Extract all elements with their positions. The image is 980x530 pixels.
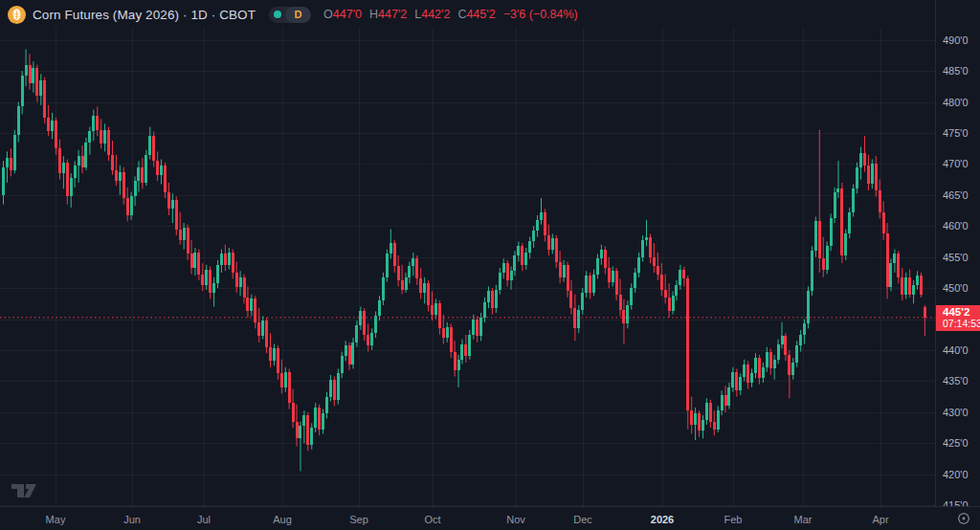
candle <box>739 373 742 395</box>
time-tick-label: Mar <box>794 514 813 525</box>
candle <box>758 355 761 385</box>
candle <box>134 176 137 206</box>
candle <box>682 266 685 286</box>
candle <box>886 223 889 298</box>
ohlc-values: O447'0H447'2L442'2C445'2 <box>323 8 503 21</box>
candle <box>735 368 738 396</box>
candle <box>257 308 260 342</box>
candle <box>205 265 208 290</box>
candle <box>746 361 749 388</box>
candle <box>47 105 50 136</box>
candle <box>374 311 377 338</box>
candle <box>137 161 140 191</box>
candle <box>705 398 708 425</box>
candle <box>29 54 32 89</box>
candle <box>479 313 482 341</box>
candle <box>310 423 313 450</box>
candle <box>544 209 546 241</box>
candle <box>382 273 385 305</box>
time-tick-label: Feb <box>724 514 743 525</box>
candle <box>160 160 163 185</box>
candle <box>844 230 847 260</box>
time-axis[interactable]: MayJunJulAugSepOctNovDec2026FebMarApr <box>0 506 980 530</box>
candle <box>351 338 354 368</box>
time-tick-label: 2026 <box>651 514 674 525</box>
candle <box>302 410 305 443</box>
tradingview-logo[interactable] <box>10 479 38 504</box>
candle <box>608 257 611 288</box>
candle <box>762 363 765 383</box>
price-tick-label: 490'0 <box>943 34 969 46</box>
candle <box>70 173 73 208</box>
candle <box>325 392 328 419</box>
candle <box>405 273 408 293</box>
candle <box>348 342 351 370</box>
candle <box>212 277 215 307</box>
price-tick-label: 475'0 <box>943 127 969 139</box>
candle <box>6 151 9 182</box>
interval-badge[interactable]: D <box>285 7 311 23</box>
candle <box>450 323 453 358</box>
candle <box>679 265 681 290</box>
candle <box>675 280 678 300</box>
candle <box>547 225 550 255</box>
price-tick-label: 480'0 <box>943 97 969 108</box>
candle <box>284 367 287 392</box>
candle <box>55 118 57 155</box>
candle <box>345 341 347 361</box>
candle <box>81 145 84 173</box>
candle <box>916 271 919 289</box>
candle <box>58 139 61 179</box>
candle <box>502 258 505 278</box>
candle <box>807 287 810 329</box>
symbol-title[interactable]: Corn Futures (May 2026) · 1D · CBOT <box>33 8 256 22</box>
candle <box>577 305 580 333</box>
price-tick-label: 470'0 <box>943 158 969 169</box>
candle <box>190 240 193 275</box>
candle <box>78 150 80 183</box>
time-tick-label: Jul <box>197 514 211 525</box>
gear-icon[interactable] <box>955 510 972 527</box>
candle <box>848 208 851 238</box>
candle <box>510 266 513 289</box>
price-tick-label: 455'0 <box>943 252 969 263</box>
candle <box>119 166 122 195</box>
last-price-tag: 445'2 07:14:53 <box>936 305 980 331</box>
candle <box>811 246 813 296</box>
candle <box>292 389 295 429</box>
candle <box>818 130 821 273</box>
candle <box>145 150 147 186</box>
price-tick-label: 420'0 <box>943 469 969 480</box>
candle <box>96 106 99 136</box>
candle <box>363 308 366 341</box>
candle <box>239 271 242 296</box>
candle <box>107 127 110 162</box>
candle <box>536 215 539 237</box>
candle <box>415 255 418 285</box>
price-tick-label: 450'0 <box>943 282 969 294</box>
candle <box>521 243 523 271</box>
price-axis[interactable]: 445'2 07:14:53 490'0485'0480'0475'0470'0… <box>935 0 980 506</box>
ohlc-pair: O447'0 <box>323 8 362 21</box>
candle <box>634 268 636 293</box>
candle <box>273 344 276 366</box>
candle <box>499 268 501 295</box>
time-tick-label: Aug <box>273 514 292 525</box>
candle <box>784 333 787 361</box>
market-status-dot <box>269 7 285 23</box>
market-status-interval-badge[interactable]: D <box>269 7 311 23</box>
candle <box>329 375 332 402</box>
candle <box>826 241 829 274</box>
candle <box>615 268 618 300</box>
chart-legend: Corn Futures (May 2026) · 1D · CBOT D O4… <box>8 4 578 25</box>
candle <box>386 250 389 282</box>
candle <box>254 296 256 328</box>
time-tick-label: Apr <box>872 514 888 525</box>
ohlc-pair: L442'2 <box>414 8 450 21</box>
candle <box>904 273 907 299</box>
candle <box>152 131 155 166</box>
candlestick-chart[interactable] <box>0 0 980 530</box>
candle <box>863 136 866 171</box>
candle <box>454 341 457 376</box>
candle <box>859 147 862 180</box>
